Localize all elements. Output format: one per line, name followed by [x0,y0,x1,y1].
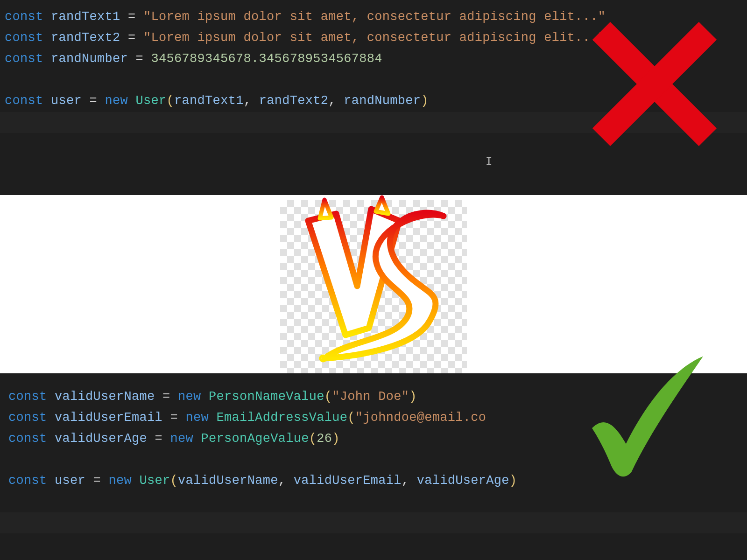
identifier: user [51,94,82,108]
operator-assign: = [147,432,170,446]
comma: , [278,474,294,488]
vs-logo [280,195,467,373]
identifier: validUserAge [55,432,147,446]
type-name: User [140,474,170,488]
string-literal: "johndoe@email.co [355,411,486,425]
keyword-new: new [178,390,209,404]
current-line-highlight [0,512,747,533]
code-editor-bottom: const validUserName = new PersonNameValu… [0,373,747,560]
versus-separator [0,195,747,373]
paren-close: ) [509,474,517,488]
number-literal: 26 [317,432,332,446]
string-literal: "John Doe" [332,390,409,404]
identifier: randText1 [51,10,120,24]
keyword-const: const [5,52,43,66]
comma: , [402,474,417,488]
identifier: user [55,474,85,488]
check-icon [574,352,714,483]
identifier: validUserName [55,390,155,404]
operator-assign: = [120,31,144,45]
type-name: PersonAgeValue [201,432,309,446]
keyword-new: new [186,411,217,425]
paren-close: ) [421,94,429,108]
argument: validUserName [178,474,278,488]
keyword-const: const [8,411,47,425]
paren-open: ( [167,94,175,108]
type-name: EmailAddressValue [217,411,348,425]
keyword-const: const [8,390,47,404]
paren-open: ( [324,390,332,404]
comma: , [328,94,344,108]
keyword-new: new [170,432,201,446]
keyword-const: const [5,31,43,45]
identifier: validUserEmail [55,411,162,425]
paren-open: ( [347,411,355,425]
argument: validUserEmail [294,474,402,488]
operator-assign: = [162,411,186,425]
number-literal: 3456789345678.3456789534567884 [151,52,382,66]
argument: randNumber [344,94,421,108]
keyword-const: const [8,474,47,488]
cross-icon [585,14,725,154]
keyword-new: new [109,474,140,488]
type-name: PersonNameValue [209,390,324,404]
identifier: randText2 [51,31,120,45]
paren-open: ( [170,474,178,488]
type-name: User [136,94,167,108]
code-editor-top: const randText1 = "Lorem ipsum dolor sit… [0,0,747,195]
operator-assign: = [85,474,109,488]
identifier: randNumber [51,52,128,66]
operator-assign: = [155,390,178,404]
paren-open: ( [309,432,317,446]
comma: , [244,94,259,108]
paren-close: ) [409,390,417,404]
string-literal: "Lorem ipsum dolor sit amet, consectetur… [143,10,606,24]
keyword-const: const [5,10,43,24]
keyword-new: new [105,94,136,108]
argument: randText1 [174,94,244,108]
argument: validUserAge [417,474,509,488]
operator-assign: = [128,52,151,66]
operator-assign: = [120,10,144,24]
keyword-const: const [5,94,43,108]
string-literal: "Lorem ipsum dolor sit amet, consectetur… [143,31,606,45]
paren-close: ) [332,432,340,446]
text-cursor-icon: I [486,155,492,168]
argument: randText2 [259,94,329,108]
keyword-const: const [8,432,47,446]
operator-assign: = [82,94,105,108]
